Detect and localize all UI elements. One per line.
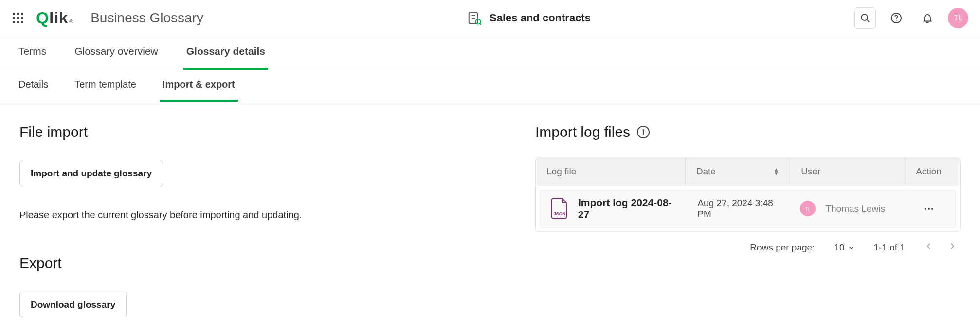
- notifications-button[interactable]: [917, 7, 938, 29]
- svg-rect-7: [17, 21, 19, 23]
- log-date: Aug 27, 2024 3:48 PM: [687, 198, 789, 219]
- svg-rect-3: [13, 17, 15, 19]
- rows-per-page-value: 10: [834, 242, 844, 253]
- svg-text:JSON: JSON: [554, 212, 566, 216]
- app-launcher-icon[interactable]: [12, 12, 24, 24]
- col-log-file[interactable]: Log file: [536, 157, 686, 186]
- row-avatar-initials: TL: [804, 205, 812, 212]
- glossary-icon: [467, 11, 482, 25]
- more-icon: [923, 203, 935, 214]
- svg-point-14: [861, 14, 868, 20]
- svg-point-17: [896, 20, 897, 21]
- avatar-initials: TL: [954, 14, 963, 22]
- svg-rect-6: [13, 21, 15, 23]
- pager-next[interactable]: [948, 242, 957, 253]
- log-table-body: JSON Import log 2024-08-27 Aug 27, 2024 …: [536, 186, 960, 231]
- table-row[interactable]: JSON Import log 2024-08-27 Aug 27, 2024 …: [540, 190, 956, 228]
- context-selector[interactable]: Sales and contracts: [212, 11, 846, 25]
- product-title: Business Glossary: [91, 10, 203, 26]
- avatar[interactable]: TL: [948, 8, 968, 28]
- help-button[interactable]: [886, 7, 907, 29]
- col-action: Action: [905, 157, 960, 186]
- col-user[interactable]: User: [790, 157, 905, 186]
- topbar-actions: TL: [854, 7, 968, 29]
- import-update-button[interactable]: Import and update glossary: [19, 161, 163, 186]
- col-date[interactable]: Date ▲▼: [686, 157, 790, 186]
- log-file-name: Import log 2024-08-27: [578, 197, 676, 220]
- svg-point-21: [931, 208, 933, 210]
- svg-rect-2: [21, 13, 23, 15]
- pager-range: 1-1 of 1: [874, 242, 905, 253]
- row-user-name: Thomas Lewis: [825, 203, 885, 214]
- svg-rect-4: [17, 17, 19, 19]
- context-name: Sales and contracts: [490, 12, 591, 24]
- import-helper-text: Please export the current glossary befor…: [19, 210, 516, 221]
- pager: Rows per page: 10 1-1 of 1: [535, 232, 961, 253]
- svg-rect-1: [17, 13, 19, 15]
- left-column: File import Import and update glossary P…: [19, 124, 516, 317]
- qlik-logo[interactable]: Qlik®: [36, 8, 73, 27]
- subtab-import-export[interactable]: Import & export: [160, 79, 238, 102]
- svg-rect-8: [21, 21, 23, 23]
- download-glossary-button[interactable]: Download glossary: [19, 292, 127, 317]
- svg-line-13: [480, 23, 481, 25]
- row-avatar: TL: [800, 201, 816, 216]
- svg-line-15: [867, 19, 870, 22]
- svg-point-19: [925, 208, 926, 210]
- svg-point-12: [476, 19, 481, 24]
- rows-per-page-select[interactable]: 10: [834, 242, 854, 253]
- log-table: Log file Date ▲▼ User Action: [535, 157, 961, 232]
- json-file-icon: JSON: [551, 198, 568, 219]
- primary-tabs: Terms Glossary overview Glossary details: [0, 36, 980, 70]
- search-button[interactable]: [854, 7, 876, 29]
- chevron-left-icon: [925, 242, 933, 250]
- file-import-title: File import: [19, 124, 516, 140]
- col-date-label: Date: [696, 166, 716, 177]
- row-actions-button[interactable]: [902, 203, 956, 214]
- tab-glossary-details[interactable]: Glossary details: [183, 45, 268, 70]
- topbar: Qlik® Business Glossary Sales and contra…: [0, 0, 980, 36]
- chevron-down-icon: [848, 244, 854, 251]
- subtab-term-template[interactable]: Term template: [72, 79, 139, 102]
- tab-terms[interactable]: Terms: [16, 45, 49, 70]
- import-log-title: Import log files: [535, 124, 630, 140]
- svg-rect-5: [21, 17, 23, 19]
- info-icon[interactable]: i: [637, 126, 650, 138]
- right-column: Import log files i Log file Date ▲▼ User…: [535, 124, 961, 317]
- rows-per-page-label: Rows per page:: [750, 242, 815, 253]
- export-title: Export: [19, 255, 516, 271]
- log-table-head: Log file Date ▲▼ User Action: [536, 157, 960, 186]
- tab-glossary-overview[interactable]: Glossary overview: [72, 45, 161, 70]
- secondary-tabs: Details Term template Import & export: [0, 70, 980, 102]
- svg-point-20: [928, 208, 930, 210]
- pager-prev[interactable]: [925, 242, 933, 253]
- sort-icon: ▲▼: [773, 168, 779, 175]
- svg-rect-0: [13, 13, 15, 15]
- content: File import Import and update glossary P…: [0, 102, 980, 327]
- subtab-details[interactable]: Details: [16, 79, 51, 102]
- chevron-right-icon: [948, 242, 957, 250]
